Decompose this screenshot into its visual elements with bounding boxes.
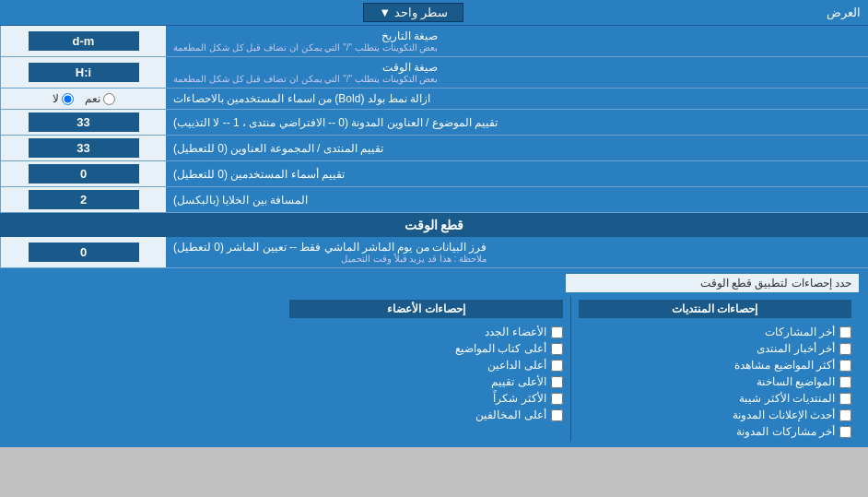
date-format-input[interactable] [29,31,139,51]
username-order-input[interactable] [29,164,139,183]
time-format-input[interactable] [29,63,139,82]
checkbox-latest-announcements-label: أحدث الإعلانات المدونة [733,408,835,421]
checkbox-most-popular-label: المنتديات الأكثر شيبة [739,392,835,405]
checkbox-columns: إحصاءات المنتديات أخر المشاركات أخر أخبا… [9,296,859,442]
radio-yes-label[interactable]: نعم [85,92,115,105]
checkbox-item: المواضيع الساخنة [579,375,851,388]
stats-empty-col [9,296,282,442]
checkbox-last-posts-label: أخر المشاركات [765,325,835,338]
checkbox-hot-topics[interactable] [839,376,851,388]
forum-order-input[interactable] [29,138,139,158]
member-stats-col: إحصاءات الأعضاء الأعضاء الجدد أعلى كتاب … [282,296,570,442]
checkbox-most-thanks[interactable] [551,393,563,405]
checkbox-latest-announcements[interactable] [839,409,851,421]
radio-no[interactable] [62,93,74,105]
forum-stats-header: إحصاءات المنتديات [579,300,851,318]
date-format-row: صيغة التاريخ بعض التكوينات يتطلب "/" الت… [0,26,868,57]
checkbox-item: الأعضاء الجدد [289,325,562,338]
forum-order-label: تقييم المنتدى / المجموعة العناوين (0 للت… [166,136,868,160]
checkbox-top-inviters[interactable] [551,360,563,372]
forum-order-input-cell [0,136,166,160]
topic-order-input-cell [0,110,166,135]
cut-section-input[interactable] [29,243,139,262]
checkbox-forum-news-label: أخر أخبار المنتدى [757,342,835,355]
bold-remove-input-cell: نعم لا [0,89,166,109]
gap-input-cell [0,187,166,212]
forum-order-row: تقييم المنتدى / المجموعة العناوين (0 للت… [0,136,868,161]
bold-radio-group: نعم لا [53,92,115,105]
checkbox-top-violators-label: أعلى المخالفين [475,408,545,421]
checkbox-item: أعلى المخالفين [289,408,562,421]
bold-remove-row: ازالة نمط بولد (Bold) من اسماء المستخدمي… [0,89,868,110]
top-bar-label: العرض [827,6,861,19]
checkbox-item: أحدث الإعلانات المدونة [579,408,851,421]
topic-order-label: تقييم الموضوع / العناوين المدونة (0 -- ا… [166,110,868,135]
date-format-label: صيغة التاريخ بعض التكوينات يتطلب "/" الت… [166,26,868,56]
dropdown-label: سطر واحد [394,6,448,19]
checkbox-item: الأعلى تقييم [289,375,562,388]
top-bar: العرض سطر واحد ▼ [0,0,868,26]
stats-section: حدد إحصاءات لتطبيق قطع الوقت إحصاءات الم… [0,268,868,447]
date-format-input-cell [0,26,166,56]
checkbox-top-rated[interactable] [551,376,563,388]
cut-section-input-cell [0,237,166,267]
checkbox-item: المنتديات الأكثر شيبة [579,392,851,405]
checkbox-most-viewed[interactable] [839,360,851,372]
username-order-input-cell [0,161,166,186]
cut-section-label: فرز البيانات من يوم الماشر الماشي فقط --… [166,237,868,267]
checkbox-item: أعلى الداعين [289,359,562,372]
topic-order-input[interactable] [29,112,139,132]
gap-row: المسافة بين الخلايا (بالبكسل) [0,187,868,213]
member-stats-header: إحصاءات الأعضاء [289,300,562,318]
checkbox-last-posts[interactable] [839,326,851,338]
bold-remove-label: ازالة نمط بولد (Bold) من اسماء المستخدمي… [166,89,868,109]
checkbox-top-inviters-label: أعلى الداعين [487,359,545,372]
cut-section-header: قطع الوقت [0,213,868,237]
checkbox-hot-topics-label: المواضيع الساخنة [757,375,835,388]
checkbox-item: أخر أخبار المنتدى [579,342,851,355]
checkbox-item: الأكثر شكراً [289,392,562,405]
checkbox-item: أخر مشاركات المدونة [579,425,851,438]
radio-yes[interactable] [103,93,115,105]
time-format-input-cell [0,57,166,88]
cut-section-row: فرز البيانات من يوم الماشر الماشي فقط --… [0,237,868,268]
checkbox-top-writers-label: أعلى كتاب المواضيع [455,342,546,355]
checkbox-top-rated-label: الأعلى تقييم [491,375,545,388]
topic-order-row: تقييم الموضوع / العناوين المدونة (0 -- ا… [0,110,868,136]
checkbox-item: أخر المشاركات [579,325,851,338]
display-dropdown[interactable]: سطر واحد ▼ [363,3,463,22]
forum-stats-col: إحصاءات المنتديات أخر المشاركات أخر أخبا… [571,296,859,442]
checkbox-most-viewed-label: أكثر المواضيع مشاهدة [734,359,835,372]
time-format-label: صيغة الوقت بعض التكوينات يتطلب "/" التي … [166,57,868,88]
stats-limit-label: حدد إحصاءات لتطبيق قطع الوقت [566,274,859,292]
checkbox-last-blog[interactable] [839,426,851,438]
username-order-label: تقييم أسماء المستخدمين (0 للتعطيل) [166,161,868,186]
radio-no-label[interactable]: لا [53,92,74,105]
dropdown-arrow-icon: ▼ [379,6,391,19]
checkbox-new-members[interactable] [551,326,563,338]
checkbox-most-thanks-label: الأكثر شكراً [493,392,545,405]
checkbox-item: أعلى كتاب المواضيع [289,342,562,355]
checkbox-top-writers[interactable] [551,343,563,355]
gap-input[interactable] [29,190,139,209]
checkbox-top-violators[interactable] [551,409,563,421]
checkbox-forum-news[interactable] [839,343,851,355]
gap-label: المسافة بين الخلايا (بالبكسل) [166,187,868,212]
username-order-row: تقييم أسماء المستخدمين (0 للتعطيل) [0,161,868,187]
time-format-row: صيغة الوقت بعض التكوينات يتطلب "/" التي … [0,57,868,89]
checkbox-item: أكثر المواضيع مشاهدة [579,359,851,372]
checkbox-last-blog-label: أخر مشاركات المدونة [736,425,835,438]
checkbox-most-popular[interactable] [839,393,851,405]
checkbox-new-members-label: الأعضاء الجدد [485,325,545,338]
